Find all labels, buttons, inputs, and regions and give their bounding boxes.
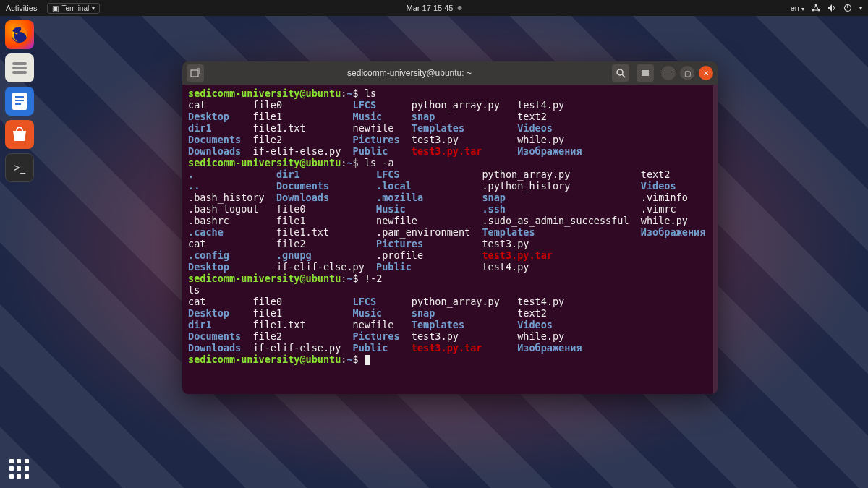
- chevron-down-icon: ▾: [92, 5, 95, 12]
- search-button[interactable]: [612, 64, 629, 82]
- terminal-window: sedicomm-university@ubuntu: ~ — ▢ ✕ sedi…: [182, 61, 718, 394]
- activities-button[interactable]: Activities: [6, 4, 37, 12]
- gnome-topbar: Activities ▣ Terminal ▾ Mar 17 15:45 en …: [0, 0, 868, 16]
- svg-line-18: [622, 74, 625, 77]
- svg-rect-7: [12, 67, 27, 69]
- notification-dot-icon: [457, 6, 461, 10]
- minimize-button[interactable]: —: [661, 66, 676, 80]
- chevron-down-icon: ▾: [801, 6, 804, 12]
- terminal-output[interactable]: sedicomm-university@ubuntu:~$ ls cat fil…: [182, 85, 718, 394]
- new-tab-button[interactable]: [187, 64, 204, 82]
- clock[interactable]: Mar 17 15:45: [407, 4, 462, 12]
- show-applications-button[interactable]: [9, 459, 30, 479]
- dock: >_: [0, 16, 39, 488]
- dock-terminal[interactable]: >_: [5, 153, 34, 182]
- close-icon: ✕: [703, 69, 709, 77]
- search-icon: [616, 68, 626, 78]
- dock-firefox[interactable]: [5, 20, 34, 49]
- terminal-icon: ▣: [52, 4, 59, 12]
- app-menu-terminal[interactable]: ▣ Terminal ▾: [47, 3, 100, 14]
- volume-icon[interactable]: [827, 4, 836, 12]
- app-menu-label: Terminal: [61, 4, 89, 12]
- power-icon[interactable]: [843, 4, 852, 12]
- minimize-icon: —: [665, 69, 672, 77]
- dock-files[interactable]: [5, 53, 34, 82]
- window-title: sedicomm-university@ubuntu: ~: [207, 68, 612, 78]
- svg-point-17: [617, 69, 623, 75]
- menu-button[interactable]: [637, 64, 654, 82]
- maximize-button[interactable]: ▢: [680, 66, 694, 80]
- dock-ubuntu-software[interactable]: [5, 120, 34, 149]
- hamburger-icon: [640, 68, 650, 78]
- svg-rect-8: [12, 71, 27, 74]
- maximize-icon: ▢: [684, 69, 691, 77]
- close-button[interactable]: ✕: [699, 66, 713, 80]
- dock-libreoffice-writer[interactable]: [5, 87, 34, 116]
- lang-label: en: [791, 4, 799, 12]
- lang-indicator[interactable]: en ▾: [791, 4, 804, 12]
- datetime-text: Mar 17 15:45: [407, 4, 454, 12]
- svg-rect-13: [191, 70, 198, 77]
- titlebar[interactable]: sedicomm-university@ubuntu: ~ — ▢ ✕: [182, 61, 718, 85]
- network-icon[interactable]: [812, 4, 820, 12]
- chevron-down-icon: ▾: [859, 5, 862, 12]
- svg-rect-6: [12, 62, 27, 65]
